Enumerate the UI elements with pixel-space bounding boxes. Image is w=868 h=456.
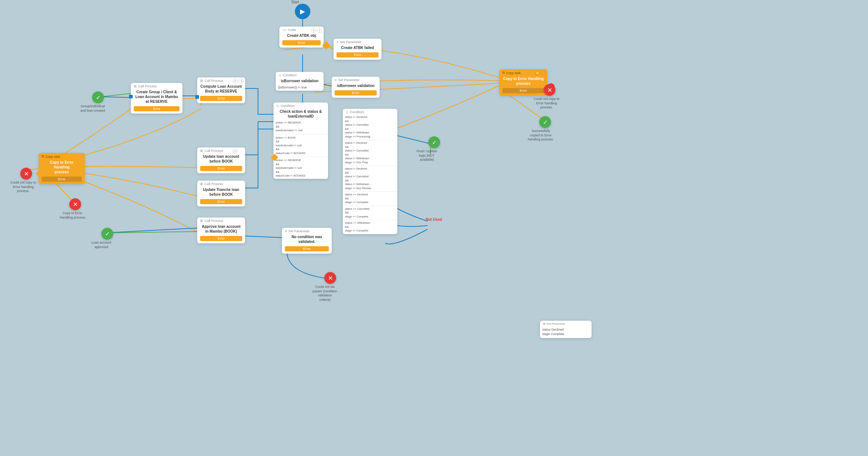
call-icon2 [134,84,137,88]
set-icon3 [285,229,287,233]
info-btn2[interactable]: ℹ [238,79,244,84]
check-group-created: ✓ [92,91,104,103]
port-create-group [129,95,133,98]
port-compute [195,95,199,99]
set-icon2 [335,78,337,82]
info-btn[interactable]: ℹ [317,28,322,33]
call-icon5 [200,219,203,223]
label-group-created: Group/Individualand loan created [80,104,105,113]
label-loan-approved: Loan accountapproved [91,241,111,249]
error-copy-right: ✕ [544,84,555,96]
copy-icon [42,154,44,159]
copy-task-left: Copy task Copy to Error Handlingprocess … [39,153,85,184]
success-copy-right: ✓ [539,116,551,128]
timer-btn2[interactable]: ⏱ [233,79,238,84]
info-btn4[interactable]: ℹ [541,70,546,76]
call-icon3 [200,149,203,153]
timer-btn[interactable]: ⏱ [311,28,316,33]
set-param-isborrower: Set Parameter isBorrower validation Erro… [332,77,380,98]
call-icon1 [200,79,203,83]
status-declined-node: ⊞ Set Parameter status Declinedstage Com… [540,321,592,338]
timer-btn3[interactable]: ⏱ [233,149,238,154]
error-copy-handling: ✕ [69,198,81,210]
start-label: Start [291,0,299,4]
code-create-atbk: Code ⏱ ℹ Create ATBK obj Error [279,27,324,48]
error-set-param: ✕ [324,272,336,284]
call-update-loan: Call Process ⏱ Update loan account befor… [197,147,245,173]
cond-isborrower: Condition isBorrower validation {{isBorr… [276,72,324,91]
set-icon [337,40,338,44]
label-success-copy: Successfullycopied to Errorhandling proc… [528,129,554,142]
cond-main-right: Condition status != Declined&&status != … [343,109,397,234]
diamond-copy-left [37,171,43,177]
call-approve-loan: Call Process Approve loan account in Mam… [197,217,245,243]
cond-icon2 [276,104,279,108]
copy-icon2 [502,71,505,75]
timer-btn4[interactable]: ⏱ [535,70,540,76]
error-copy-left: ✕ [20,168,32,180]
cond-icon [279,73,281,77]
label-final-logic: Final / Updatelogic [NOTavailable] [416,149,437,162]
check-loan-approved: ✓ [101,228,113,240]
cond-check-action: Condition Check action & status &loanExt… [273,102,328,179]
not-used-label: Not Used [426,217,442,222]
label-copy-handling: Copy to ErrorHandling process [60,211,86,220]
check-final-logic: ✓ [428,136,440,148]
call-update-tranche: Call Process Update Tranche loan before … [197,181,245,206]
call-compute-loan: Call Process ⏱ ℹ Compute Loan Account Bo… [197,77,245,103]
call-icon4 [200,182,203,186]
label-error-copy-left: Could not copy toError handlingprocess. [10,181,36,194]
diamond-cond-check [272,155,278,161]
start-node: ▶ [295,4,310,19]
label-error-copy-right: Could not copy toError handlingprocess. [534,97,560,110]
call-create-group: Call Process Create Group / Client & Loa… [131,83,182,114]
copy-task-right: Copy task ⏱ ℹ Copy to Error Handlingproc… [499,69,547,95]
code-icon [282,28,287,32]
set-param-atbk-failed: Set Parameter Create ATBK failed Error [334,39,381,60]
set-param-no-condition: Set Parameter No condition was validated… [282,228,332,254]
code-atbk-diamond [323,42,331,50]
label-error-set-param: Could not setparam (conditionvalidationc… [313,285,337,302]
cond-icon3 [346,110,348,114]
